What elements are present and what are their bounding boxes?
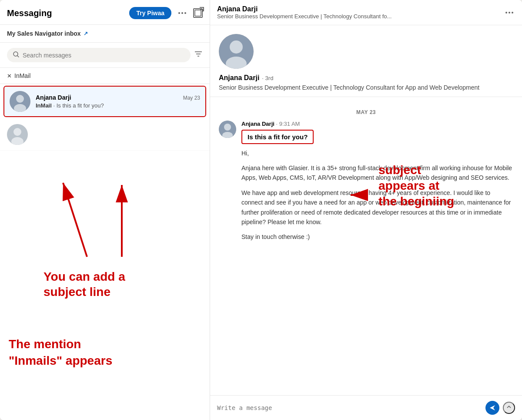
compose-icon[interactable] bbox=[193, 8, 203, 18]
date-divider: MAY 23 bbox=[219, 109, 513, 115]
compose-area bbox=[210, 395, 522, 420]
svg-line-1 bbox=[200, 9, 203, 10]
send-button[interactable] bbox=[485, 401, 499, 415]
inmail-badge: InMail bbox=[36, 102, 52, 109]
message-item[interactable]: Anjana Darji May 23 InMail · Is this a f… bbox=[3, 86, 206, 117]
message-thread: MAY 23 Anjana Darji · 9:31 AM Is t bbox=[210, 97, 522, 395]
expand-button[interactable] bbox=[503, 402, 515, 414]
filter-icon[interactable] bbox=[194, 50, 203, 60]
right-header-info: Anjana Darji Senior Business Development… bbox=[217, 5, 392, 20]
right-panel: Anjana Darji Senior Business Development… bbox=[210, 0, 522, 420]
search-input[interactable] bbox=[23, 52, 184, 59]
svg-point-11 bbox=[13, 128, 21, 136]
message-date: May 23 bbox=[183, 95, 200, 101]
right-header-name: Anjana Darji bbox=[217, 5, 392, 13]
chat-avatar bbox=[219, 121, 236, 138]
chat-sender-name: Anjana Darji bbox=[241, 121, 274, 127]
profile-avatar bbox=[219, 34, 254, 69]
svg-point-17 bbox=[224, 124, 231, 131]
sales-nav-link[interactable]: My Sales Navigator inbox ↗ bbox=[7, 30, 203, 37]
subject-box: Is this a fit for you? bbox=[241, 130, 314, 144]
messages-list: Anjana Darji May 23 InMail · Is this a f… bbox=[0, 84, 210, 420]
message-text: Hi, Anjana here with Glasier. It is a 35… bbox=[241, 148, 513, 242]
more-options-button[interactable] bbox=[177, 10, 188, 16]
message-body-line-2: Anjana here with Glasier. It is a 35+ st… bbox=[241, 163, 513, 183]
message-sender-name: Anjana Darji bbox=[36, 94, 71, 101]
search-icon bbox=[13, 51, 19, 59]
avatar bbox=[10, 91, 30, 112]
message-subject: Is this a fit for you? bbox=[57, 102, 104, 109]
message-dot: · bbox=[53, 102, 56, 109]
search-bar-container bbox=[0, 43, 210, 68]
svg-line-3 bbox=[17, 56, 19, 57]
compose-textarea[interactable] bbox=[217, 404, 482, 411]
sales-nav-section: My Sales Navigator inbox ↗ bbox=[0, 25, 210, 43]
chat-message: Anjana Darji · 9:31 AM Is this a fit for… bbox=[219, 121, 513, 247]
profile-title: Senior Business Development Executive | … bbox=[219, 84, 479, 92]
message-top-row: Anjana Darji May 23 bbox=[36, 94, 200, 101]
external-link-icon: ↗ bbox=[84, 30, 88, 37]
message-content-2 bbox=[33, 134, 203, 135]
left-panel: Messaging Try Piwaa My Sales Navigator i… bbox=[0, 0, 210, 420]
profile-name-row: Anjana Darji · 3rd bbox=[219, 74, 273, 82]
left-header: Messaging Try Piwaa bbox=[0, 0, 210, 25]
inmail-filter[interactable]: ✕ InMail bbox=[0, 68, 210, 84]
svg-point-8 bbox=[16, 95, 24, 103]
inmail-label: InMail bbox=[14, 72, 30, 79]
avatar-2 bbox=[7, 124, 28, 145]
messaging-title: Messaging bbox=[7, 8, 124, 18]
profile-degree: · 3rd bbox=[262, 75, 273, 81]
inmail-close-icon: ✕ bbox=[7, 73, 12, 79]
message-body-line-3: We have app and web development resource… bbox=[241, 188, 513, 227]
message-preview: InMail · Is this a fit for you? bbox=[36, 102, 200, 109]
sales-nav-label: My Sales Navigator inbox bbox=[7, 30, 81, 37]
message-item-2[interactable] bbox=[0, 119, 210, 151]
message-body-line-4: Stay in touch otherwise :) bbox=[241, 232, 513, 242]
message-body-line-1: Hi, bbox=[241, 148, 513, 158]
search-input-wrapper bbox=[7, 48, 191, 62]
chat-timestamp: 9:31 AM bbox=[279, 121, 300, 127]
svg-point-14 bbox=[230, 40, 243, 54]
try-piwaa-button[interactable]: Try Piwaa bbox=[129, 7, 171, 19]
svg-rect-0 bbox=[195, 10, 201, 16]
right-header: Anjana Darji Senior Business Development… bbox=[210, 0, 522, 25]
chat-time: · bbox=[276, 121, 279, 127]
right-header-subtitle: Senior Business Development Executive | … bbox=[217, 13, 392, 20]
profile-section: Anjana Darji · 3rd Senior Business Devel… bbox=[210, 25, 522, 97]
right-header-more-options[interactable] bbox=[504, 10, 515, 15]
message-content: Anjana Darji May 23 InMail · Is this a f… bbox=[36, 94, 200, 109]
chat-message-meta: Anjana Darji · 9:31 AM bbox=[241, 121, 513, 127]
chat-message-body: Anjana Darji · 9:31 AM Is this a fit for… bbox=[241, 121, 513, 247]
profile-name: Anjana Darji bbox=[219, 74, 259, 82]
